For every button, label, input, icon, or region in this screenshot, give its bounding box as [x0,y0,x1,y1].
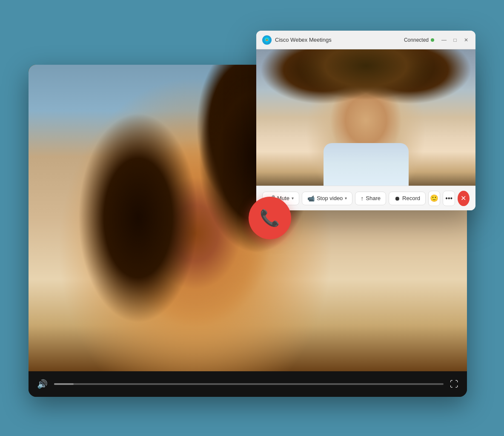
close-button[interactable]: ✕ [463,37,470,43]
webex-window: Cisco Webex Meetings Connected — □ ✕ 🎤 M… [256,31,475,210]
connected-badge: Connected [404,37,434,43]
fullscreen-icon[interactable]: ⛶ [450,379,458,389]
phone-button[interactable]: 📞 [249,197,291,239]
emoji-button[interactable]: 🙂 [428,191,440,206]
more-button[interactable]: ••• [443,191,455,206]
video-chevron: ▾ [345,196,347,201]
phone-icon: 📞 [260,209,280,227]
webex-toolbar: 🎤 Mute ▾ 📹 Stop video ▾ ↑ Share ⏺ Record… [256,186,475,210]
maximize-button[interactable]: □ [452,37,458,43]
webex-window-title: Cisco Webex Meetings [275,37,404,43]
share-icon: ↑ [361,195,364,202]
minimize-button[interactable]: — [441,37,447,43]
record-button[interactable]: ⏺ Record [389,192,426,205]
webex-logo [262,35,272,45]
mute-chevron: ▾ [292,196,294,201]
end-call-button[interactable]: ✕ [458,191,470,206]
more-icon: ••• [445,195,452,202]
connected-dot [431,38,434,42]
connected-label: Connected [404,37,429,43]
stop-video-button[interactable]: 📹 Stop video ▾ [302,192,352,205]
video-controls-bar: 🔊 ⛶ [29,371,467,397]
progress-bar-fill [54,383,74,385]
webex-titlebar: Cisco Webex Meetings Connected — □ ✕ [256,31,475,49]
progress-bar[interactable] [54,383,444,385]
webex-video-area [256,49,475,186]
volume-icon[interactable]: 🔊 [37,379,48,389]
end-icon: ✕ [461,194,466,202]
emoji-icon: 🙂 [430,194,438,202]
record-icon: ⏺ [394,195,400,202]
man-shirt [324,143,409,186]
window-controls: — □ ✕ [441,37,470,43]
record-label: Record [402,195,420,201]
camera-icon: 📹 [307,195,315,202]
scene-container: 📞 🔊 ⛶ Cisco Webex Mee [29,31,475,405]
share-button[interactable]: ↑ Share [355,192,386,205]
stop-video-label: Stop video [317,195,343,201]
share-label: Share [366,195,381,201]
